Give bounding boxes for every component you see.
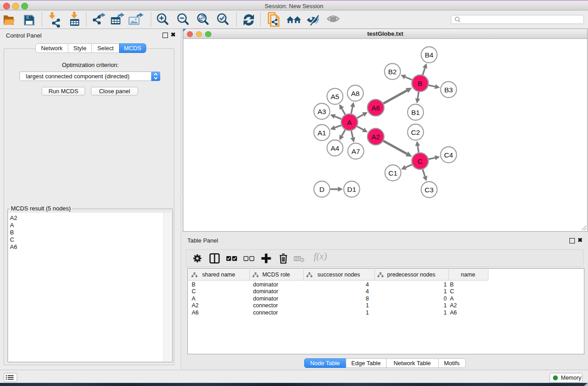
svg-text:C3: C3: [425, 186, 434, 194]
svg-text:A5: A5: [331, 93, 339, 100]
svg-text:B3: B3: [445, 86, 453, 94]
svg-text:A: A: [347, 119, 352, 126]
svg-text:D1: D1: [347, 186, 356, 193]
svg-text:D: D: [319, 186, 324, 193]
svg-text:B1: B1: [411, 109, 420, 116]
svg-text:C4: C4: [444, 151, 453, 159]
svg-text:A1: A1: [318, 129, 326, 137]
svg-text:A2: A2: [372, 133, 380, 141]
svg-text:B2: B2: [388, 68, 397, 76]
svg-text:C: C: [417, 157, 422, 165]
svg-text:A3: A3: [318, 108, 326, 115]
svg-text:A7: A7: [352, 148, 360, 155]
svg-text:A6: A6: [372, 104, 380, 112]
svg-text:A4: A4: [331, 144, 339, 152]
svg-text:C1: C1: [388, 169, 397, 177]
svg-text:B4: B4: [425, 51, 434, 59]
svg-text:B: B: [418, 80, 422, 87]
svg-text:A8: A8: [351, 90, 360, 97]
svg-text:C2: C2: [411, 129, 420, 136]
